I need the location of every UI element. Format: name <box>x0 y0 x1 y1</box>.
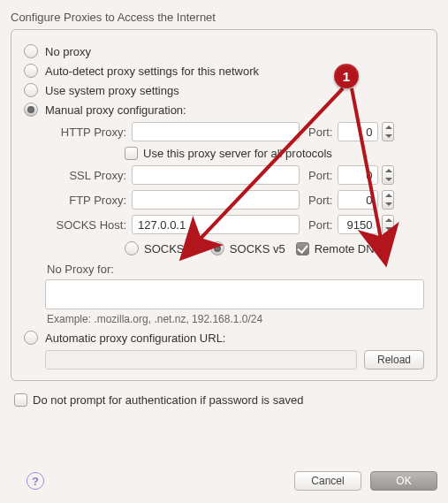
ssl-port-input[interactable] <box>338 165 378 185</box>
port-label: Port: <box>308 194 332 207</box>
checkbox-icon <box>14 393 27 407</box>
radio-icon <box>24 331 38 345</box>
manual-proxy-section: HTTP Proxy: Port: Use this proxy server … <box>45 122 424 325</box>
proxy-settings-window: Configure Proxies to Access the Internet… <box>0 0 448 503</box>
radio-system-proxy[interactable]: Use system proxy settings <box>24 83 424 97</box>
http-port-stepper[interactable] <box>382 122 394 141</box>
port-label: Port: <box>308 218 332 232</box>
radio-label: Manual proxy configuration: <box>45 103 186 117</box>
radio-label: No proxy <box>45 45 91 58</box>
ftp-proxy-input[interactable] <box>132 190 300 210</box>
radio-label: Automatic proxy configuration URL: <box>45 332 225 345</box>
socks-host-input[interactable] <box>132 215 300 234</box>
socks-port-input[interactable] <box>338 215 378 234</box>
port-label: Port: <box>308 169 332 182</box>
ftp-port-input[interactable] <box>338 190 378 210</box>
checkbox-label: Use this proxy server for all protocols <box>143 147 332 160</box>
radio-label: Use system proxy settings <box>45 84 179 97</box>
ftp-port-stepper[interactable] <box>382 190 394 210</box>
checkbox-label: Do not prompt for authentication if pass… <box>33 393 303 407</box>
radio-icon <box>24 103 38 117</box>
ftp-proxy-label: FTP Proxy: <box>45 194 126 207</box>
ssl-port-stepper[interactable] <box>382 165 394 185</box>
radio-icon <box>24 83 38 97</box>
ssl-proxy-label: SSL Proxy: <box>45 169 126 182</box>
http-proxy-label: HTTP Proxy: <box>45 126 126 139</box>
socks-v4-label: SOCKS v4 <box>144 242 200 255</box>
remote-dns-checkbox[interactable] <box>296 242 309 255</box>
no-proxy-example: Example: .mozilla.org, .net.nz, 192.168.… <box>47 313 424 325</box>
checkbox-icon <box>125 147 138 160</box>
reload-button[interactable]: Reload <box>364 350 424 370</box>
radio-auto-detect[interactable]: Auto-detect proxy settings for this netw… <box>24 64 424 78</box>
help-button[interactable]: ? <box>27 472 44 490</box>
radio-manual-proxy[interactable]: Manual proxy configuration: <box>24 103 424 117</box>
radio-label: Auto-detect proxy settings for this netw… <box>45 65 259 78</box>
dialog-footer: ? Cancel OK <box>11 471 437 491</box>
panel-title: Configure Proxies to Access the Internet <box>11 11 437 24</box>
proxy-config-group: No proxy Auto-detect proxy settings for … <box>11 29 437 381</box>
auto-config-url-input[interactable] <box>45 350 357 370</box>
radio-icon <box>24 44 38 58</box>
radio-auto-config-url[interactable]: Automatic proxy configuration URL: <box>24 331 424 345</box>
radio-icon <box>24 64 38 78</box>
socks-v5-label: SOCKS v5 <box>230 242 285 255</box>
remote-dns-label: Remote DNS <box>315 242 383 255</box>
radio-socks-v5[interactable] <box>210 241 224 255</box>
http-port-input[interactable] <box>338 122 378 141</box>
use-for-all-checkbox[interactable]: Use this proxy server for all protocols <box>125 147 424 160</box>
radio-socks-v4[interactable] <box>125 241 139 255</box>
no-prompt-auth-checkbox[interactable]: Do not prompt for authentication if pass… <box>14 393 437 407</box>
http-proxy-input[interactable] <box>132 122 300 141</box>
cancel-button[interactable]: Cancel <box>294 471 361 491</box>
socks-host-label: SOCKS Host: <box>45 218 126 232</box>
ssl-proxy-input[interactable] <box>132 165 300 185</box>
radio-no-proxy[interactable]: No proxy <box>24 44 424 58</box>
no-proxy-for-input[interactable] <box>45 279 424 309</box>
port-label: Port: <box>308 126 332 139</box>
no-proxy-for-label: No Proxy for: <box>47 263 424 276</box>
socks-port-stepper[interactable] <box>382 215 394 234</box>
ok-button[interactable]: OK <box>370 471 437 491</box>
